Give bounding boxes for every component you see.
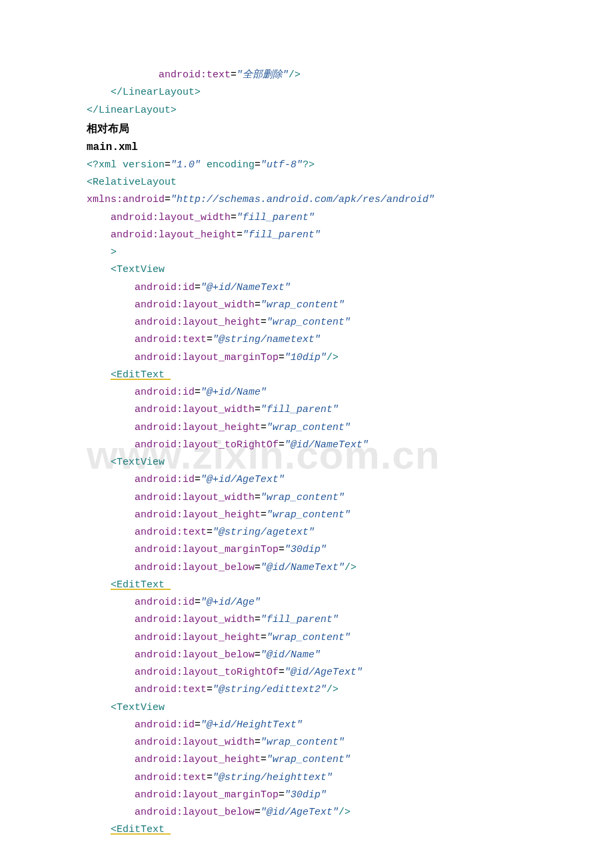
code-line: android:text="@string/agetext" (87, 524, 600, 541)
code-line: <TextView (87, 261, 600, 279)
code-line: <TextView (87, 699, 600, 717)
code-line: android:layout_toRightOf="@id/NameText" (87, 437, 600, 454)
code-line: android:layout_width="wrap_content" (87, 734, 600, 751)
code-line: android:layout_marginTop="30dip" (87, 787, 600, 804)
code-line: android:layout_height="wrap_content" (87, 629, 600, 647)
xml-value: "全部删除" (237, 69, 289, 81)
code-line: android:layout_height="wrap_content" (87, 751, 600, 769)
code-line: android:layout_below="@id/Name" (87, 647, 600, 664)
code-line: android:layout_width="fill_parent" (87, 611, 600, 629)
edittext-tag: <EditText (111, 824, 171, 835)
code-line: android:layout_height="fill_parent" (87, 227, 600, 244)
xml-attr: android:text (159, 69, 231, 81)
code-line: </LinearLayout> (87, 102, 600, 119)
code-line: android:layout_height="wrap_content" (87, 314, 600, 331)
code-line: android:id="@+id/HeightText" (87, 717, 600, 734)
code-line: <?xml version="1.0" encoding="utf-8"?> (87, 157, 600, 174)
code-line: android:id="@+id/NameText" (87, 279, 600, 297)
edittext-tag: <EditText (111, 579, 171, 591)
code-line: android:layout_below="@id/NameText"/> (87, 559, 600, 577)
code-line: </LinearLayout> (87, 84, 600, 101)
code-line: <EditText (87, 367, 600, 384)
code-line: > (87, 244, 600, 261)
code-line: android:id="@+id/AgeText" (87, 471, 600, 489)
code-line: <RelativeLayout (87, 174, 600, 191)
code-line: android:text="全部删除"/> (87, 67, 600, 84)
code-line: android:layout_width="fill_parent" (87, 401, 600, 419)
code-line: android:id="@+id/Name" (87, 384, 600, 401)
code-line: android:layout_marginTop="30dip" (87, 541, 600, 559)
code-line: android:id="@+id/Age" (87, 594, 600, 611)
code-line: <EditText (87, 821, 600, 839)
code-line: android:layout_width="fill_parent" (87, 209, 600, 227)
code-content: android:text="全部删除"/> </LinearLayout> </… (0, 67, 613, 839)
code-line: android:layout_below="@id/AgeText"/> (87, 804, 600, 821)
code-line: <TextView (87, 454, 600, 471)
code-line: android:layout_marginTop="10dip"/> (87, 349, 600, 367)
code-line: android:layout_height="wrap_content" (87, 507, 600, 524)
code-line: android:layout_width="wrap_content" (87, 297, 600, 314)
code-line: android:text="@string/edittext2"/> (87, 681, 600, 699)
code-line: android:layout_toRightOf="@id/AgeText" (87, 664, 600, 681)
code-line: android:layout_height="wrap_content" (87, 419, 600, 437)
filename-heading: main.xml (87, 138, 600, 157)
code-line: xmlns:android="http://schemas.android.co… (87, 191, 600, 209)
section-heading: 相对布局 (87, 119, 600, 138)
code-line: android:text="@string/heighttext" (87, 769, 600, 787)
code-line: <EditText (87, 577, 600, 594)
edittext-tag: <EditText (111, 369, 171, 381)
code-line: android:layout_width="wrap_content" (87, 489, 600, 507)
code-line: android:text="@string/nametext" (87, 331, 600, 349)
